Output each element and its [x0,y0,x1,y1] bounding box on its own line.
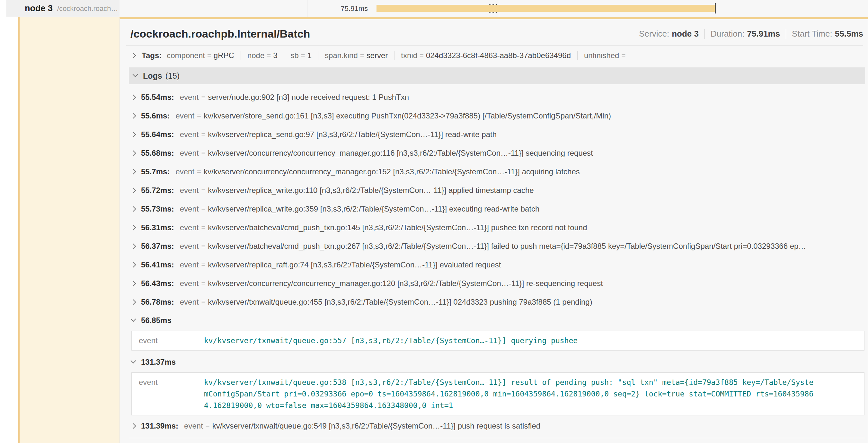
log-field-value: kv/kvserver/txnwait/queue.go:557 [n3,s3,… [204,335,816,346]
log-expanded-header[interactable]: 131.37ms [129,355,865,369]
chevron-right-icon [131,423,136,429]
log-expanded-header[interactable]: 56.85ms [129,313,865,328]
chevron-right-icon [131,206,136,212]
log-field-key[interactable]: event [132,335,204,346]
service-color-band [20,17,120,443]
tag-node: node=3 [247,51,278,60]
meta-divider [786,29,786,39]
tag-txnid: txnid=024d3323-6c8f-4863-aa8b-37ab0e6349… [401,51,571,60]
logs-accordion-header[interactable]: Logs (15) [129,67,865,84]
log-row[interactable]: 56.31ms:event=kv/kvserver/batcheval/cmd_… [129,218,865,237]
chevron-right-icon [131,113,136,119]
chevron-right-icon [131,169,136,175]
tag-divider [318,51,318,60]
log-row[interactable]: 55.73ms:event=kv/kvserver/replica_write.… [129,200,865,218]
timeline-column-border [307,0,307,17]
log-field-value: kv/kvserver/txnwait/queue.go:538 [n3,s3,… [204,377,816,411]
span-duration-label: 75.91ms [341,0,368,17]
log-fields-table: event kv/kvserver/txnwait/queue.go:557 [… [131,331,865,350]
detail-header: /cockroach.roachpb.Internal/Batch Servic… [120,19,868,45]
span-meta: Service:node 3 Duration:75.91ms Start Ti… [639,29,863,39]
service-label: Service: [639,29,669,39]
tag-divider [394,51,395,60]
log-row[interactable]: 56.37ms:event=kv/kvserver/batcheval/cmd_… [129,237,865,255]
log-row[interactable]: 55.7ms:event=kv/kvserver/concurrency/con… [129,163,865,181]
chevron-right-icon [131,95,136,100]
log-row[interactable]: 56.41ms:event=kv/kvserver/replica_raft.g… [129,255,865,274]
start-time-value: 55.5ms [835,29,863,39]
chevron-down-icon [131,358,136,364]
service-value: node 3 [672,29,699,39]
span-operation-name: /cockroach.roach… [57,4,118,13]
tag-unfinished: unfinished= [584,51,628,60]
log-row[interactable]: 55.54ms:event=server/node.go:902 [n3] no… [129,88,865,107]
log-row[interactable]: 55.68ms:event=kv/kvserver/concurrency/co… [129,144,865,163]
log-entry-expanded: 56.85ms event kv/kvserver/txnwait/queue.… [129,313,865,350]
log-row[interactable]: 56.78ms:event=kv/kvserver/txnwait/queue.… [129,293,865,311]
chevron-right-icon [131,262,136,268]
span-detail-panel: /cockroach.roachpb.Internal/Batch Servic… [120,17,868,443]
chevron-right-icon [131,150,136,156]
span-bar[interactable] [376,5,715,12]
chevron-right-icon [131,132,136,137]
tag-span-kind: span.kind=server [325,51,388,60]
log-fields-table: event kv/kvserver/txnwait/queue.go:538 [… [131,372,865,415]
log-row[interactable]: 55.64ms:event=kv/kvserver/replica_send.g… [129,125,865,144]
log-row[interactable]: 55.72ms:event=kv/kvserver/replica_write.… [129,181,865,200]
chevron-down-icon [133,72,138,77]
log-row[interactable]: 131.39ms:event=kv/kvserver/txnwait/queue… [129,417,865,435]
chevron-right-icon [131,300,136,305]
left-column-divider [6,0,6,443]
start-time-label: Start Time: [792,29,832,39]
log-list: 55.54ms:event=server/node.go:902 [n3] no… [129,88,865,435]
span-timeline[interactable]: 75.91ms [120,0,868,17]
logs-count: (15) [165,71,180,80]
meta-divider [705,29,705,39]
tag-sb: sb=1 [290,51,312,60]
span-name-cell[interactable]: node 3 /cockroach.roach… [6,0,120,17]
logs-footer-note: Log timestamps are relative to the start… [129,438,865,443]
tag-divider [284,51,284,60]
tag-divider [241,51,241,60]
span-row[interactable]: ∨ node 3 /cockroach.roach… 75.91ms [0,0,868,17]
chevron-right-icon [131,53,136,59]
log-entry-expanded: 131.37ms event kv/kvserver/txnwait/queue… [129,355,865,415]
tags-label: Tags: [142,51,162,60]
trace-span-detail-view: ∨ node 3 /cockroach.roach… 75.91ms /cock… [0,0,868,443]
chevron-right-icon [131,281,136,286]
end-log-marker [715,3,716,13]
chevron-right-icon [131,244,136,249]
tag-component: component=gRPC [167,51,234,60]
duration-value: 75.91ms [747,29,780,39]
chevron-down-icon [131,316,136,322]
duration-label: Duration: [711,29,745,39]
operation-title: /cockroach.roachpb.Internal/Batch [130,28,310,40]
logs-label: Logs [143,71,162,80]
tag-divider [577,51,578,60]
log-row[interactable]: 56.43ms:event=kv/kvserver/concurrency/co… [129,274,865,293]
log-field-key[interactable]: event [132,377,204,388]
chevron-right-icon [131,188,136,193]
log-row[interactable]: 55.6ms:event=kv/kvserver/store_send.go:1… [129,107,865,125]
span-service-name: node 3 [25,3,53,13]
chevron-right-icon [131,225,136,231]
tags-accordion[interactable]: Tags: component=gRPC node=3 sb=1 span.ki… [120,45,868,66]
